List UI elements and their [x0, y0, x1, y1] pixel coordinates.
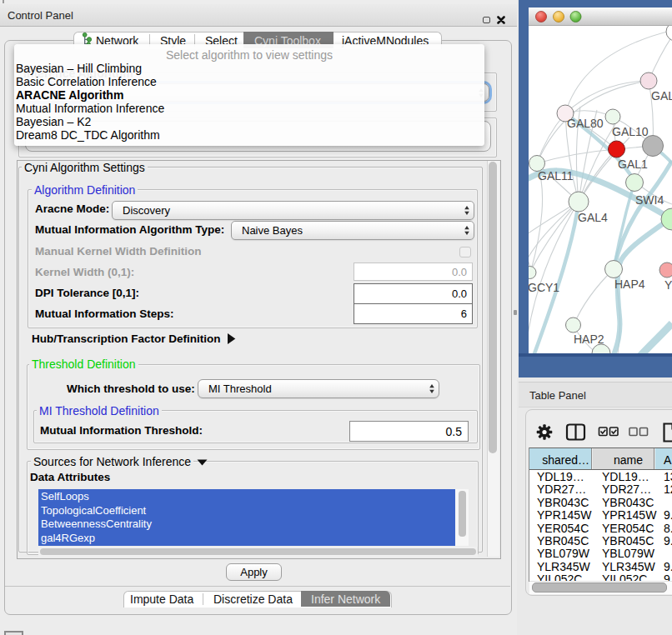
svg-text:HAP2: HAP2: [574, 332, 604, 346]
svg-text:GAL2: GAL2: [651, 89, 672, 102]
svg-text:GAL80: GAL80: [567, 117, 604, 130]
svg-text:GAL10: GAL10: [612, 125, 649, 138]
svg-text:GCY1: GCY1: [528, 281, 559, 294]
svg-text:SWI4: SWI4: [635, 193, 664, 207]
svg-text:HAP4: HAP4: [614, 278, 645, 291]
svg-text:GAL1: GAL1: [618, 158, 648, 171]
svg-text:Y: Y: [664, 278, 672, 292]
svg-text:GAL11: GAL11: [538, 169, 574, 182]
svg-text:GAL4: GAL4: [578, 211, 608, 224]
